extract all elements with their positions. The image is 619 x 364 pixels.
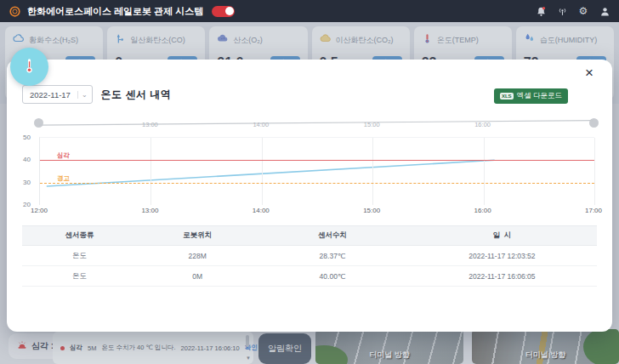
gear-icon[interactable]: ⚙ xyxy=(577,5,589,17)
chart-y-axis: 50403020 xyxy=(7,137,35,204)
table-header-cell: 센서수치 xyxy=(258,230,407,241)
chart-navigator[interactable] xyxy=(39,116,593,129)
y-tick-label: 40 xyxy=(23,156,31,163)
x-tick-label: 16:00 xyxy=(474,207,491,214)
sensor-history-modal: × 2022-11-17 ⌄ 온도 센서 내역 XLS 엑셀 다운로드 13:0… xyxy=(7,60,612,332)
temperature-fab-button[interactable] xyxy=(10,48,48,86)
chart-x-axis: 12:0013:0014:0015:0016:0017:00 xyxy=(39,207,593,215)
table-cell: 28.37℃ xyxy=(258,252,407,260)
x-tick-label: 17:00 xyxy=(585,207,602,214)
xls-icon: XLS xyxy=(500,93,514,100)
table-cell: 2022-11-17 16:06:05 xyxy=(407,272,597,281)
sensor-table: 센서종류로봇위치센서수치일 시 온도228M28.37℃2022-11-17 1… xyxy=(22,225,597,287)
power-toggle[interactable] xyxy=(212,6,235,17)
y-tick-label: 20 xyxy=(23,201,31,208)
chart-gridline xyxy=(372,138,373,205)
chart-gridline xyxy=(594,138,595,205)
x-tick-label: 15:00 xyxy=(363,207,380,214)
user-icon[interactable] xyxy=(599,5,610,17)
thermometer-icon xyxy=(20,57,38,77)
table-row[interactable]: 온도228M28.37℃2022-11-17 12:03:52 xyxy=(22,246,597,266)
app-title: 한화에어로스페이스 레일로봇 관제 시스템 xyxy=(27,5,203,18)
table-cell: 228M xyxy=(137,252,258,260)
close-icon[interactable]: × xyxy=(580,65,599,81)
x-tick-label: 14:00 xyxy=(253,207,270,214)
date-select[interactable]: 2022-11-17 ⌄ xyxy=(22,85,93,104)
chart-gridline xyxy=(262,138,263,205)
table-header-cell: 일 시 xyxy=(407,230,597,241)
navigator-preview-line xyxy=(39,116,593,129)
chart-gridline xyxy=(150,138,151,205)
chart-gridline xyxy=(484,138,485,205)
threshold-line-경고: 경고 xyxy=(40,183,594,184)
date-select-value: 2022-11-17 xyxy=(30,90,71,100)
excel-download-button[interactable]: XLS 엑셀 다운로드 xyxy=(494,88,568,104)
sensor-table-body: 온도228M28.37℃2022-11-17 12:03:52온도0M40.00… xyxy=(22,246,597,287)
modal-title: 온도 센서 내역 xyxy=(101,88,172,102)
threshold-label: 경고 xyxy=(57,174,70,183)
table-header-cell: 센서종류 xyxy=(22,230,137,241)
excel-download-label: 엑셀 다운로드 xyxy=(517,91,562,101)
bell-icon[interactable] xyxy=(535,5,547,17)
temperature-series-line xyxy=(40,138,594,205)
x-tick-label: 13:00 xyxy=(141,207,158,214)
threshold-label: 심각 xyxy=(57,151,70,160)
y-tick-label: 30 xyxy=(23,179,31,186)
x-tick-label: 12:00 xyxy=(31,207,48,214)
table-cell: 온도 xyxy=(22,251,137,261)
sensor-table-header: 센서종류로봇위치센서수치일 시 xyxy=(22,225,597,246)
y-tick-label: 50 xyxy=(23,134,31,141)
table-cell: 온도 xyxy=(22,271,137,282)
broadcast-icon[interactable] xyxy=(556,5,568,17)
topbar: 한화에어로스페이스 레일로봇 관제 시스템 ⚙ xyxy=(0,0,619,22)
table-cell: 40.00℃ xyxy=(258,272,407,281)
chart-plot: 심각경고 xyxy=(39,137,594,205)
table-row[interactable]: 온도0M40.00℃2022-11-17 16:06:05 xyxy=(22,266,597,287)
table-cell: 0M xyxy=(137,272,258,281)
table-cell: 2022-11-17 12:03:52 xyxy=(407,252,597,260)
app-logo-icon xyxy=(9,5,21,18)
table-header-cell: 로봇위치 xyxy=(137,230,258,241)
threshold-line-심각: 심각 xyxy=(40,160,594,161)
chevron-down-icon: ⌄ xyxy=(77,91,88,99)
